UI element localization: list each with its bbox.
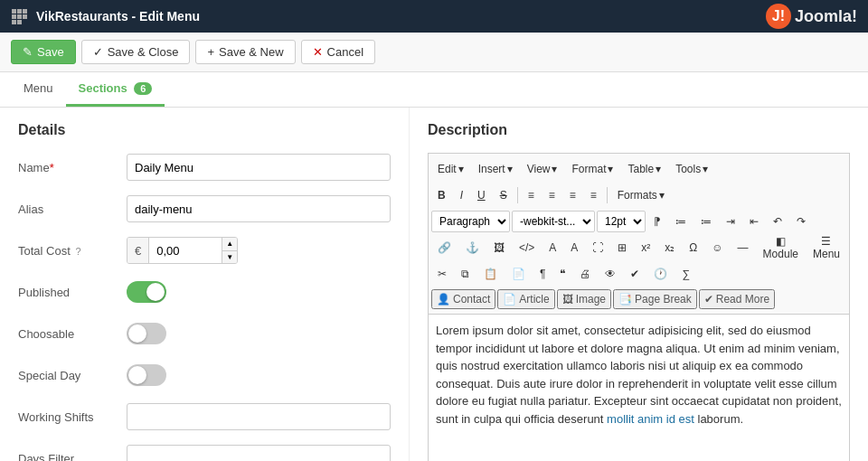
svg-rect-2	[23, 9, 27, 14]
currency-spinner: ▲ ▼	[222, 238, 237, 263]
save-button[interactable]: ✎ Save	[11, 40, 76, 64]
save-close-label: Save & Close	[108, 45, 179, 59]
fullscreen-button[interactable]: ⛶	[586, 237, 609, 259]
image-insert-button[interactable]: 🖼 Image	[557, 289, 611, 309]
contact-icon: 👤	[437, 293, 450, 306]
image-button[interactable]: 🖼	[487, 237, 511, 259]
save-close-button[interactable]: ✓ Save & Close	[81, 40, 191, 64]
choosable-toggle[interactable]	[127, 323, 166, 344]
paragraph-mark-button[interactable]: ¶	[533, 263, 552, 285]
emoticons-button[interactable]: ☺	[705, 237, 729, 259]
working-shifts-label: Working Shifts	[18, 410, 127, 424]
unordered-list-button[interactable]: ≔	[669, 211, 693, 232]
total-cost-value[interactable]	[149, 240, 222, 261]
ordered-list-button[interactable]: ≔	[694, 211, 718, 232]
chevron-down-icon: ▾	[656, 163, 661, 175]
working-shifts-input[interactable]	[127, 403, 391, 430]
editor-para-row: Paragraph -webkit-st... 12pt ⁋ ≔ ≔ ⇥ ⇤ ↶…	[431, 209, 846, 234]
name-row: Name*	[18, 153, 391, 182]
alias-row: Alias	[18, 194, 391, 223]
page-title: VikRestaurants - Edit Menu	[36, 9, 757, 24]
alias-input[interactable]	[127, 195, 391, 222]
redo-button[interactable]: ↷	[790, 211, 812, 232]
spellcheck-button[interactable]: ✔	[624, 263, 646, 285]
menu-button[interactable]: ☰ Menu	[807, 237, 846, 259]
help-icon: ?	[75, 246, 80, 257]
italic-button[interactable]: I	[454, 184, 469, 206]
align-left-button[interactable]: ≡	[522, 184, 541, 206]
paste-button[interactable]: 📋	[477, 263, 504, 285]
fontsize-select[interactable]: 12pt	[597, 211, 646, 232]
bgcolor-button[interactable]: A	[564, 237, 584, 259]
checkmark-icon: ✓	[93, 45, 103, 59]
formula-button[interactable]: ∑	[675, 263, 696, 285]
special-day-toggle[interactable]	[127, 364, 166, 386]
tab-menu[interactable]: Menu	[11, 72, 66, 107]
readmore-button[interactable]: ✔ Read More	[699, 289, 775, 309]
underline-button[interactable]: U	[471, 184, 492, 206]
days-filter-input[interactable]	[127, 445, 391, 461]
undo-button[interactable]: ↶	[767, 211, 788, 232]
strikethrough-button[interactable]: S	[494, 184, 514, 206]
spinner-up-button[interactable]: ▲	[222, 238, 237, 251]
module-button[interactable]: ◧ Module	[757, 237, 805, 259]
save-new-button[interactable]: + Save & New	[195, 40, 295, 64]
editor-menu-tools[interactable]: Tools ▾	[669, 158, 714, 180]
outdent-button[interactable]: ⇤	[743, 211, 765, 232]
editor-menu-table[interactable]: Table ▾	[621, 158, 667, 180]
svg-rect-7	[17, 20, 22, 24]
special-char-button[interactable]: Ω	[683, 237, 703, 259]
clock-button[interactable]: 🕐	[647, 263, 674, 285]
align-right-button[interactable]: ≡	[563, 184, 582, 206]
formats-button[interactable]: Formats ▾	[611, 184, 671, 206]
cut-button[interactable]: ✂	[431, 263, 453, 285]
editor-menu-edit[interactable]: Edit ▾	[431, 158, 470, 180]
article-button[interactable]: 📄 Article	[497, 289, 554, 309]
editor-menu-format[interactable]: Format ▾	[565, 158, 619, 180]
editor-clipboard-row: ✂ ⧉ 📋 📄 ¶ ❝ 🖨 👁 ✔ 🕐 ∑	[431, 261, 846, 287]
align-justify-button[interactable]: ≡	[584, 184, 603, 206]
block-quote-button[interactable]: ❝	[553, 263, 571, 285]
published-toggle[interactable]	[127, 281, 166, 303]
contact-button[interactable]: 👤 Contact	[431, 289, 495, 309]
paste-text-button[interactable]: 📄	[505, 263, 532, 285]
link-button[interactable]: 🔗	[431, 237, 458, 259]
alias-label: Alias	[18, 202, 127, 216]
pagebreak-icon: 📑	[618, 293, 632, 306]
editor-menu-row: Edit ▾ Insert ▾ View ▾ Format ▾ Table ▾ …	[431, 156, 846, 182]
name-input[interactable]	[127, 154, 391, 181]
code-button[interactable]: </>	[513, 237, 541, 259]
editor-content[interactable]: Lorem ipsum dolor sit amet, consectetur …	[428, 314, 850, 461]
pagebreak-button[interactable]: 📑 Page Break	[613, 289, 697, 309]
editor-menu-view[interactable]: View ▾	[521, 158, 564, 180]
copy-button[interactable]: ⧉	[455, 263, 476, 285]
align-center-button[interactable]: ≡	[542, 184, 561, 206]
total-cost-label: Total Cost ?	[18, 244, 127, 258]
joomla-text: Joomla!	[795, 7, 857, 26]
indent-button[interactable]: ⇥	[720, 211, 741, 232]
hr-button[interactable]: —	[731, 237, 755, 259]
svg-rect-3	[12, 14, 16, 19]
bold-button[interactable]: B	[431, 184, 452, 206]
editor-menu-insert[interactable]: Insert ▾	[472, 158, 519, 180]
spinner-down-button[interactable]: ▼	[222, 251, 237, 264]
tab-sections[interactable]: Sections 6	[66, 72, 165, 107]
table-button[interactable]: ⊞	[611, 237, 633, 259]
anchor-button[interactable]: ⚓	[459, 237, 486, 259]
paragraph-select[interactable]: Paragraph	[431, 211, 510, 232]
svg-rect-0	[12, 9, 16, 14]
preview-button[interactable]: 👁	[599, 263, 622, 285]
print-button[interactable]: 🖨	[573, 263, 597, 285]
special-day-row: Special Day	[18, 361, 391, 390]
cancel-button[interactable]: ✕ Cancel	[301, 40, 375, 64]
textcolor-button[interactable]: A	[542, 237, 562, 259]
chars-button[interactable]: ⁋	[647, 211, 667, 232]
choosable-row: Choosable	[18, 319, 391, 348]
tab-sections-label: Sections	[79, 81, 127, 95]
total-cost-input: € ▲ ▼	[127, 237, 238, 264]
subscript-button[interactable]: x₂	[658, 237, 681, 259]
special-day-label: Special Day	[18, 369, 127, 382]
font-select[interactable]: -webkit-st...	[512, 211, 595, 232]
save-label: Save	[37, 45, 64, 59]
superscript-button[interactable]: x²	[635, 237, 656, 259]
